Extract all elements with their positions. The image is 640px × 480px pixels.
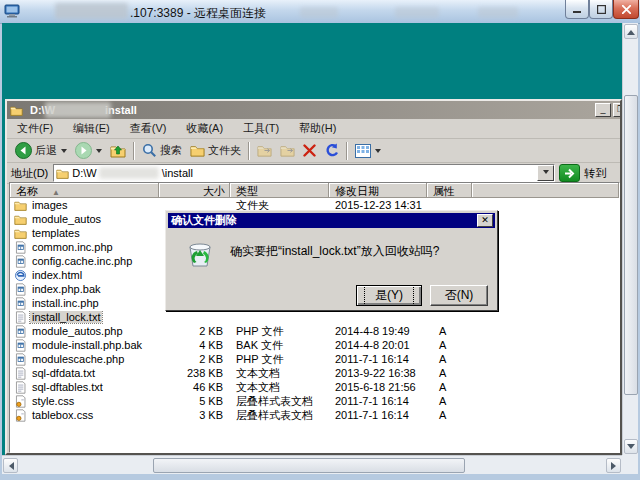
file-attr: A <box>427 367 472 379</box>
go-label: 转到 <box>584 166 606 181</box>
rdp-window: .107:3389 - 远程桌面连接 D:\W install _ ❐ 文件(F… <box>0 0 640 480</box>
file-name: module-install.php.bak <box>30 339 144 351</box>
file-size: 46 KB <box>159 381 230 393</box>
horizontal-scroll-thumb[interactable] <box>153 458 465 473</box>
folder-icon <box>14 213 27 226</box>
php-file-icon <box>14 339 27 352</box>
file-name: index.html <box>30 269 84 281</box>
delete-x-icon <box>303 144 316 157</box>
menu-file[interactable]: 文件(F) <box>7 121 63 136</box>
table-row[interactable]: module-install.php.bak 4 KB BAK 文件 2014-… <box>10 338 619 352</box>
explorer-menubar: 文件(F) 编辑(E) 查看(V) 收藏(A) 工具(T) 帮助(H) <box>7 119 620 139</box>
php-file-icon <box>14 353 27 366</box>
explorer-addressbar: 地址(D) D:\W \install 转到 <box>7 163 620 184</box>
column-header-type[interactable]: 类型 <box>230 183 329 198</box>
menu-favorites[interactable]: 收藏(A) <box>176 121 233 136</box>
explorer-minimize-button[interactable]: _ <box>595 103 611 117</box>
back-button[interactable]: 后退 <box>11 140 71 161</box>
file-name: templates <box>30 227 82 239</box>
php-file-icon <box>14 283 27 296</box>
delete-button[interactable] <box>299 140 320 161</box>
file-attr: A <box>427 339 472 351</box>
close-icon[interactable]: ✕ <box>477 214 493 227</box>
maximize-button[interactable] <box>589 0 613 19</box>
rdp-titlebar[interactable]: .107:3389 - 远程桌面连接 <box>0 0 640 24</box>
table-row[interactable]: style.css 5 KB 层叠样式表文档 2011-7-1 16:14 A <box>10 394 619 408</box>
table-row[interactable]: install_lock.txt <box>10 310 619 324</box>
column-header-size[interactable]: 大小 <box>159 183 230 198</box>
scroll-left-button[interactable] <box>3 458 18 473</box>
vertical-scroll-thumb[interactable] <box>624 95 638 395</box>
search-button[interactable]: 搜索 <box>138 140 186 161</box>
toolbar-separator <box>346 142 348 160</box>
menu-view[interactable]: 查看(V) <box>120 121 177 136</box>
rdp-title: .107:3389 - 远程桌面连接 <box>130 5 266 22</box>
column-header-name[interactable]: 名称▲ <box>10 183 159 198</box>
column-header-attr[interactable]: 属性 <box>427 183 472 198</box>
file-attr: A <box>427 325 472 337</box>
html-file-icon <box>14 269 27 282</box>
forward-button[interactable] <box>71 140 106 161</box>
file-type: 文本文档 <box>230 380 329 395</box>
file-date: 2011-7-1 16:14 <box>329 395 427 407</box>
address-input[interactable]: D:\W \install <box>53 164 555 182</box>
explorer-maximize-button[interactable]: ❐ <box>613 103 620 117</box>
sort-ascending-icon: ▲ <box>52 188 60 197</box>
file-name: style.css <box>30 395 76 407</box>
css-file-icon <box>14 409 27 422</box>
table-row[interactable]: sql-dftables.txt 46 KB 文本文档 2015-6-18 21… <box>10 380 619 394</box>
file-name: sql-dfdata.txt <box>30 367 97 379</box>
copy-to-button[interactable] <box>276 140 299 161</box>
file-name: install_lock.txt <box>30 311 102 323</box>
views-button[interactable] <box>351 140 385 161</box>
table-row[interactable]: modulescache.php 2 KB PHP 文件 2011-7-1 16… <box>10 352 619 366</box>
redaction-blur <box>395 7 439 18</box>
yes-button[interactable]: 是(Y) <box>356 285 422 306</box>
rdp-horizontal-scrollbar[interactable] <box>2 455 622 474</box>
php-file-icon <box>14 297 27 310</box>
folder-icon <box>14 227 27 240</box>
file-date: 2013-9-22 16:38 <box>329 367 427 379</box>
menu-edit[interactable]: 编辑(E) <box>63 121 120 136</box>
file-attr: A <box>427 353 472 365</box>
rdp-vertical-scrollbar[interactable] <box>622 23 638 455</box>
table-row[interactable]: sql-dfdata.txt 238 KB 文本文档 2013-9-22 16:… <box>10 366 619 380</box>
toolbar-separator <box>248 142 250 160</box>
dialog-titlebar[interactable]: 确认文件删除 ✕ <box>168 213 495 228</box>
chevron-down-icon <box>61 149 67 156</box>
column-header-date[interactable]: 修改日期 <box>329 183 427 198</box>
minimize-button[interactable] <box>565 0 589 19</box>
php-file-icon <box>14 255 27 268</box>
txt-file-icon <box>14 311 27 324</box>
address-dropdown-button[interactable] <box>537 165 554 181</box>
file-type: BAK 文件 <box>230 338 329 353</box>
search-label: 搜索 <box>160 143 182 158</box>
chevron-down-icon <box>375 149 381 156</box>
scroll-down-button[interactable] <box>624 439 638 454</box>
table-row[interactable]: module_autos.php 2 KB PHP 文件 2014-4-8 19… <box>10 324 619 338</box>
explorer-toolbar: 后退 <box>7 139 620 163</box>
menu-tools[interactable]: 工具(T) <box>233 121 289 136</box>
folders-button[interactable]: 文件夹 <box>186 140 245 161</box>
scroll-right-button[interactable] <box>606 458 621 473</box>
forward-icon <box>75 142 92 159</box>
file-size: 2 KB <box>159 325 230 337</box>
css-file-icon <box>14 395 27 408</box>
file-name: config.cache.inc.php <box>30 255 134 267</box>
move-to-button[interactable] <box>253 140 276 161</box>
folder-icon <box>10 104 23 117</box>
explorer-titlebar[interactable]: D:\W install _ ❐ <box>7 101 620 119</box>
file-name: install.inc.php <box>30 297 101 309</box>
undo-button[interactable] <box>320 140 343 161</box>
go-button[interactable] <box>559 164 580 182</box>
menu-help[interactable]: 帮助(H) <box>289 121 346 136</box>
close-icon[interactable] <box>613 0 639 19</box>
up-button[interactable] <box>106 140 130 161</box>
file-name: modulescache.php <box>30 353 126 365</box>
resize-grip[interactable] <box>622 455 638 474</box>
file-attr: A <box>427 381 472 393</box>
back-label: 后退 <box>35 143 57 158</box>
no-button[interactable]: 否(N) <box>430 285 488 306</box>
table-row[interactable]: tablebox.css 3 KB 层叠样式表文档 2011-7-1 16:14… <box>10 408 619 422</box>
scroll-up-button[interactable] <box>624 24 638 39</box>
